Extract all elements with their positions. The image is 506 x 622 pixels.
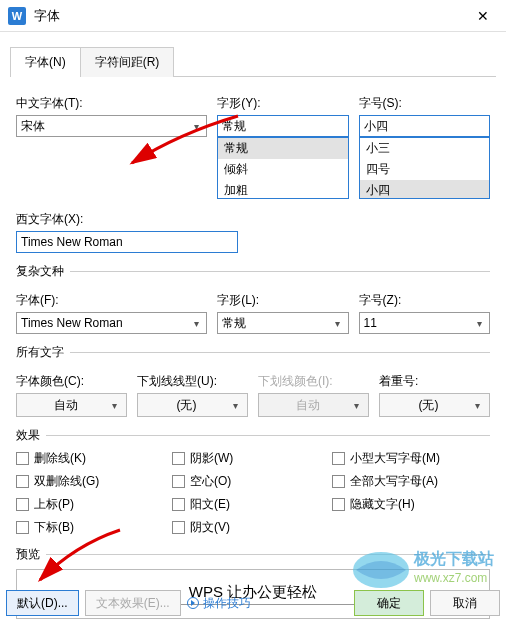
complex-style-value: 常规 — [222, 315, 246, 332]
chevron-down-icon: ▾ — [188, 318, 204, 329]
complex-style-label: 字形(L): — [217, 292, 348, 309]
style-value: 常规 — [222, 118, 246, 135]
tips-link[interactable]: 操作技巧 — [187, 595, 251, 612]
western-font-input[interactable] — [16, 231, 238, 253]
app-icon: W — [8, 7, 26, 25]
close-icon[interactable]: ✕ — [468, 8, 498, 24]
complex-header: 复杂文种 — [16, 263, 64, 280]
font-color-label: 字体颜色(C): — [16, 373, 127, 390]
western-font-label: 西文字体(X): — [16, 211, 490, 228]
superscript-checkbox[interactable]: 上标(P) — [16, 496, 172, 513]
allcaps-checkbox[interactable]: 全部大写字母(A) — [332, 473, 490, 490]
chevron-down-icon: ▾ — [227, 400, 243, 411]
strikethrough-checkbox[interactable]: 删除线(K) — [16, 450, 172, 467]
style-option[interactable]: 倾斜 — [218, 159, 347, 180]
style-listbox[interactable]: 常规 倾斜 加粗 — [217, 137, 348, 199]
style-input[interactable]: 常规 — [217, 115, 348, 137]
chevron-down-icon: ▾ — [471, 318, 487, 329]
complex-size-dropdown[interactable]: 11 ▾ — [359, 312, 490, 334]
complex-font-label: 字体(F): — [16, 292, 207, 309]
chevron-down-icon: ▾ — [188, 121, 204, 132]
tab-spacing[interactable]: 字符间距(R) — [80, 47, 175, 77]
shadow-checkbox[interactable]: 阴影(W) — [172, 450, 332, 467]
complex-font-value: Times New Roman — [21, 316, 123, 330]
double-strikethrough-checkbox[interactable]: 双删除线(G) — [16, 473, 172, 490]
default-button[interactable]: 默认(D)... — [6, 590, 79, 616]
chevron-down-icon: ▾ — [106, 400, 122, 411]
emphasis-label: 着重号: — [379, 373, 490, 390]
size-listbox[interactable]: 小三 四号 小四 — [359, 137, 490, 199]
chinese-font-value: 宋体 — [21, 118, 45, 135]
play-icon — [187, 597, 199, 609]
size-input[interactable]: 小四 — [359, 115, 490, 137]
tab-font[interactable]: 字体(N) — [10, 47, 81, 77]
underline-style-dropdown[interactable]: (无)▾ — [137, 393, 248, 417]
font-color-dropdown[interactable]: 自动▾ — [16, 393, 127, 417]
alltext-header: 所有文字 — [16, 344, 64, 361]
subscript-checkbox[interactable]: 下标(B) — [16, 519, 172, 536]
engrave-checkbox[interactable]: 阴文(V) — [172, 519, 332, 536]
dialog-title: 字体 — [34, 7, 468, 25]
hidden-checkbox[interactable]: 隐藏文字(H) — [332, 496, 490, 513]
emphasis-dropdown[interactable]: (无)▾ — [379, 393, 490, 417]
complex-size-label: 字号(Z): — [359, 292, 490, 309]
chinese-font-dropdown[interactable]: 宋体 ▾ — [16, 115, 207, 137]
text-effect-button: 文本效果(E)... — [85, 590, 181, 616]
cancel-button[interactable]: 取消 — [430, 590, 500, 616]
style-option[interactable]: 加粗 — [218, 180, 347, 199]
complex-size-value: 11 — [364, 316, 377, 330]
chevron-down-icon: ▾ — [348, 400, 364, 411]
complex-font-dropdown[interactable]: Times New Roman ▾ — [16, 312, 207, 334]
style-option[interactable]: 常规 — [218, 138, 347, 159]
hollow-checkbox[interactable]: 空心(O) — [172, 473, 332, 490]
complex-style-dropdown[interactable]: 常规 ▾ — [217, 312, 348, 334]
size-option[interactable]: 小四 — [360, 180, 489, 199]
size-option[interactable]: 小三 — [360, 138, 489, 159]
underline-color-dropdown: 自动▾ — [258, 393, 369, 417]
chevron-down-icon: ▾ — [469, 400, 485, 411]
underline-style-label: 下划线线型(U): — [137, 373, 248, 390]
effects-header: 效果 — [16, 427, 40, 444]
emboss-checkbox[interactable]: 阳文(E) — [172, 496, 332, 513]
style-label: 字形(Y): — [217, 95, 348, 112]
size-option[interactable]: 四号 — [360, 159, 489, 180]
ok-button[interactable]: 确定 — [354, 590, 424, 616]
chinese-font-label: 中文字体(T): — [16, 95, 207, 112]
size-label: 字号(S): — [359, 95, 490, 112]
chevron-down-icon: ▾ — [330, 318, 346, 329]
smallcaps-checkbox[interactable]: 小型大写字母(M) — [332, 450, 490, 467]
underline-color-label: 下划线颜色(I): — [258, 373, 369, 390]
size-value: 小四 — [364, 118, 388, 135]
preview-header: 预览 — [16, 546, 40, 563]
